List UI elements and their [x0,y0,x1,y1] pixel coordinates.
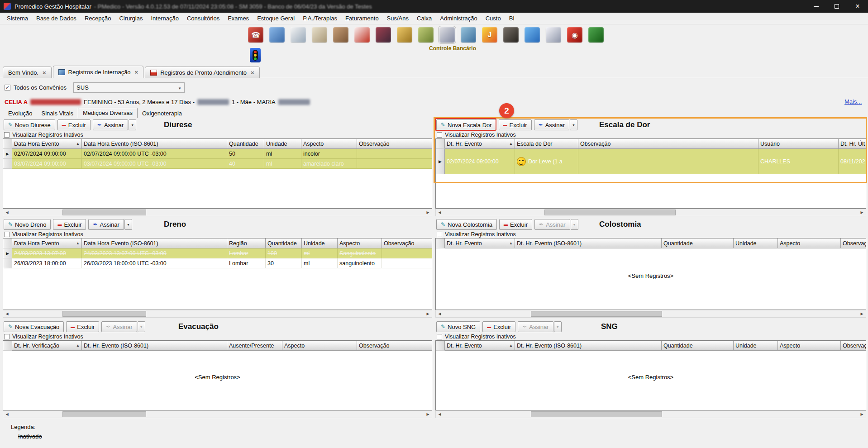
colostomia-column-header-observacao[interactable]: Observação [841,238,866,248]
menu-item-sistema[interactable]: Sistema [3,14,32,23]
tab-close-icon[interactable]: × [251,69,254,76]
tab-close-icon[interactable]: × [135,69,138,76]
escala-column-header-observacao[interactable]: Observação [578,139,758,149]
scroll-thumb[interactable] [531,311,662,317]
evacuacao-delete-button[interactable]: ▬Excluir [66,321,99,332]
evacuacao-column-header-ausente-presente[interactable]: Ausente/Presente [227,341,282,351]
menu-item-estoque-geral[interactable]: Estoque Geral [253,14,299,23]
evacuacao-column-header-aspecto[interactable]: Aspecto [282,341,357,351]
colostomia-new-button[interactable]: ✎Nova Colostomia [436,219,497,230]
diurese-column-header-data-hora-evento[interactable]: Data Hora Evento▲ [12,139,82,149]
dreno-column-header-observacao[interactable]: Observação [382,238,432,248]
dreno-sign-dropdown-button[interactable]: ▼ [124,219,132,230]
dreno-column-header-unidade[interactable]: Unidade [302,238,338,248]
escala-show-inactive-checkbox[interactable] [437,132,442,138]
scroll-right-icon[interactable]: ▶ [424,209,432,216]
escala-sign-dropdown-button[interactable]: ▼ [570,119,577,130]
evacuacao-show-inactive-checkbox[interactable] [4,334,10,339]
menu-item-internacao[interactable]: Internação [147,14,182,23]
minimize-button[interactable] [806,0,826,13]
colostomia-delete-button[interactable]: ▬Excluir [499,219,532,230]
equipment-icon[interactable] [376,27,391,43]
escala-hscrollbar[interactable]: ◀▶ [435,209,866,216]
menu-item-sus-ans[interactable]: Sus/Ans [383,14,413,23]
menu-item-exames[interactable]: Exames [224,14,253,23]
diurese-sign-dropdown-button[interactable]: ▼ [129,119,136,130]
reception-icon[interactable] [269,27,285,43]
tab-close-icon[interactable]: × [43,69,46,76]
menu-item-administracao[interactable]: Administração [436,14,481,23]
diurese-column-header-unidade[interactable]: Unidade [264,139,301,149]
sng-sign-dropdown-button[interactable]: ▼ [554,321,562,332]
menu-item-bi[interactable]: BI [505,14,519,23]
diurese-row-2[interactable]: 03/07/2024 09:00:0003/07/2024 09:00:00 U… [3,159,432,169]
diurese-new-button[interactable]: ✎Novo Diurese [4,119,55,130]
sng-column-header-aspecto[interactable]: Aspecto [778,341,841,351]
escala-row-1[interactable]: ▶02/07/2024 09:00:00Dor Leve (1 aCHARLLE… [436,149,866,174]
scroll-left-icon[interactable]: ◀ [3,209,11,216]
all-insurances-checkbox[interactable] [5,85,10,91]
scroll-right-icon[interactable]: ▶ [858,411,866,418]
diurese-column-header-data-hora-evento-iso-8601[interactable]: Data Hora Evento (ISO-8601) [82,139,227,149]
scroll-thumb[interactable] [62,311,146,317]
scroll-left-icon[interactable]: ◀ [3,310,11,317]
java-icon[interactable]: J [482,27,497,43]
escala-new-button[interactable]: ✎Nova Escala Dor [436,119,496,130]
dreno-sign-button[interactable]: ✒Assinar [88,219,124,230]
escala-column-header-dt-hr-evento[interactable]: Dt. Hr. Evento▲ [445,139,515,149]
diurese-sign-button[interactable]: ✒Assinar [93,119,128,130]
dreno-row-2[interactable]: 26/03/2023 18:00:0026/03/2023 18:00:00 U… [3,258,432,268]
sng-column-header-dt-hr-evento[interactable]: Dt. Hr. Evento▲ [445,341,515,351]
globe-red-icon[interactable]: ☎ [248,27,263,43]
colostomia-show-inactive-checkbox[interactable] [437,232,442,237]
evacuacao-column-header-observacao[interactable]: Observação [357,341,432,351]
dreno-new-button[interactable]: ✎Novo Dreno [4,219,51,230]
scroll-thumb[interactable] [62,210,146,215]
bank-control-icon[interactable] [439,27,455,43]
traffic-light-icon[interactable] [250,48,261,62]
clipboard-icon[interactable] [312,27,327,43]
evacuacao-sign-button[interactable]: ✒Assinar [101,321,137,332]
tab-bem-vindo[interactable]: Bem Vindo.× [3,67,52,78]
book-icon[interactable] [503,27,519,43]
market-icon[interactable] [397,27,412,43]
diurese-delete-button[interactable]: ▬Excluir [57,119,91,130]
document-icon[interactable] [546,27,561,43]
insurance-combobox[interactable]: SUS [73,82,185,93]
escala-sign-button[interactable]: ✒Assinar [534,119,569,130]
scroll-left-icon[interactable]: ◀ [436,411,444,418]
scroll-left-icon[interactable]: ◀ [3,411,11,418]
scroll-right-icon[interactable]: ▶ [424,411,432,418]
sng-new-button[interactable]: ✎Novo SNG [436,321,480,332]
dreno-hscrollbar[interactable]: ◀▶ [3,310,432,318]
sng-column-header-observacao[interactable]: Observação [841,341,866,351]
evacuacao-new-button[interactable]: ✎Nova Evacuação [4,321,64,332]
menu-item-p-a-terapias[interactable]: P.A./Terapias [299,14,341,23]
colostomia-column-header-unidade[interactable]: Unidade [734,238,778,248]
dreno-column-header-data-hora-evento[interactable]: Data Hora Evento▲ [12,238,82,248]
escala-delete-button[interactable]: ▬Excluir [499,119,532,130]
scroll-left-icon[interactable]: ◀ [436,209,444,216]
dreno-delete-button[interactable]: ▬Excluir [53,219,86,230]
evacuacao-hscrollbar[interactable]: ◀▶ [3,410,432,418]
ambulance-icon[interactable] [354,27,370,43]
dreno-show-inactive-checkbox[interactable] [4,232,10,237]
hospital-bed-icon[interactable] [333,27,348,43]
maximize-button[interactable] [826,0,847,13]
menu-item-custo[interactable]: Custo [482,14,505,23]
dreno-column-header-quantidade[interactable]: Quantidade [266,238,302,248]
scroll-left-icon[interactable]: ◀ [436,310,444,317]
scroll-right-icon[interactable]: ▶ [858,310,866,317]
subtab-medicoes-diversas[interactable]: Medições Diversas [78,108,138,118]
scroll-right-icon[interactable]: ▶ [424,310,432,317]
sng-hscrollbar[interactable]: ◀▶ [435,410,866,418]
professional-icon[interactable] [291,27,306,43]
colostomia-column-header-dt-hr-evento[interactable]: Dt. Hr. Evento▲ [445,238,515,248]
diurese-show-inactive-checkbox[interactable] [4,132,10,138]
power-icon[interactable]: ◉ [567,27,582,43]
scroll-thumb[interactable] [544,210,676,215]
evacuacao-column-header-dt-hr-evento-iso-8601[interactable]: Dt. Hr. Evento (ISO-8601) [82,341,227,351]
sng-delete-button[interactable]: ▬Excluir [482,321,515,332]
diurese-column-header-quantidade[interactable]: Quantidade [227,139,264,149]
chat-icon[interactable] [525,27,540,43]
